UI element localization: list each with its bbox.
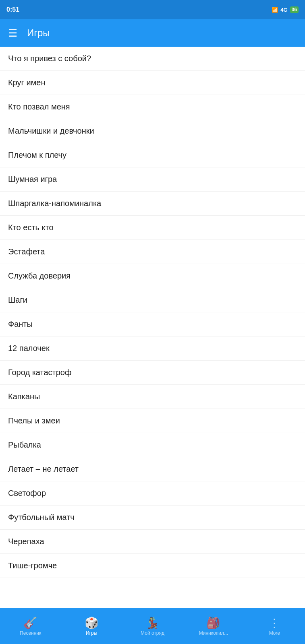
list-item[interactable]: Шпаргалка-напоминалка [0, 192, 305, 216]
list-item[interactable]: Кто позвал меня [0, 95, 305, 119]
list-item[interactable]: Кто есть кто [0, 216, 305, 240]
nav-item-myteam[interactable]: 💃 Мой отряд [122, 617, 183, 636]
list-item[interactable]: Город катастроф [0, 361, 305, 385]
list-item[interactable]: Рыбалка [0, 433, 305, 457]
list-item[interactable]: 12 палочек [0, 336, 305, 361]
list-item[interactable]: Пчелы и змеи [0, 409, 305, 433]
bottom-navigation: 🎸 Песенник 🎲 Игры 💃 Мой отряд 🎒 Миникопи… [0, 608, 305, 644]
list-item[interactable]: Летает – не летает [0, 457, 305, 481]
network-type: 4G [280, 7, 287, 13]
list-item[interactable]: Капканы [0, 385, 305, 409]
list-item[interactable]: Черепаха [0, 530, 305, 554]
games-list: Что я привез с собой?Круг именКто позвал… [0, 47, 305, 608]
more-label: More [269, 630, 280, 636]
list-item[interactable]: Шумная игра [0, 167, 305, 192]
list-item[interactable]: Шаги [0, 288, 305, 312]
nav-item-more[interactable]: ⋮ More [244, 617, 305, 636]
list-item[interactable]: Круг имен [0, 71, 305, 95]
list-item[interactable]: Тише-громче [0, 554, 305, 578]
list-item[interactable]: Служба доверия [0, 264, 305, 288]
status-bar: 0:51 📶 4G 36 [0, 0, 305, 19]
songbook-label: Песенник [20, 630, 41, 636]
games-icon: 🎲 [85, 617, 99, 629]
list-item[interactable]: Футбольный матч [0, 506, 305, 530]
games-label: Игры [86, 630, 97, 636]
minicopy-label: Миникопил... [199, 630, 228, 636]
battery-icon: 36 [290, 6, 299, 13]
status-time: 0:51 [6, 6, 19, 13]
list-item[interactable]: Плечом к плечу [0, 143, 305, 167]
myteam-label: Мой отряд [141, 630, 164, 636]
toolbar: ☰ Игры [0, 19, 305, 47]
myteam-icon: 💃 [145, 617, 160, 629]
signal-icon: 📶 [272, 7, 278, 13]
list-item[interactable]: Светофор [0, 481, 305, 506]
menu-icon[interactable]: ☰ [8, 28, 17, 38]
more-icon: ⋮ [269, 617, 280, 629]
nav-item-songbook[interactable]: 🎸 Песенник [0, 617, 61, 636]
status-right: 📶 4G 36 [272, 6, 299, 13]
toolbar-title: Игры [27, 27, 50, 39]
list-item[interactable]: Эстафета [0, 240, 305, 264]
list-item[interactable]: Мальчишки и девчонки [0, 119, 305, 143]
nav-item-games[interactable]: 🎲 Игры [61, 617, 122, 636]
minicopy-icon: 🎒 [206, 617, 220, 629]
songbook-icon: 🎸 [23, 617, 37, 629]
list-item[interactable]: Фанты [0, 312, 305, 336]
nav-item-minicopy[interactable]: 🎒 Миникопил... [183, 617, 244, 636]
list-item[interactable]: Что я привез с собой? [0, 47, 305, 71]
